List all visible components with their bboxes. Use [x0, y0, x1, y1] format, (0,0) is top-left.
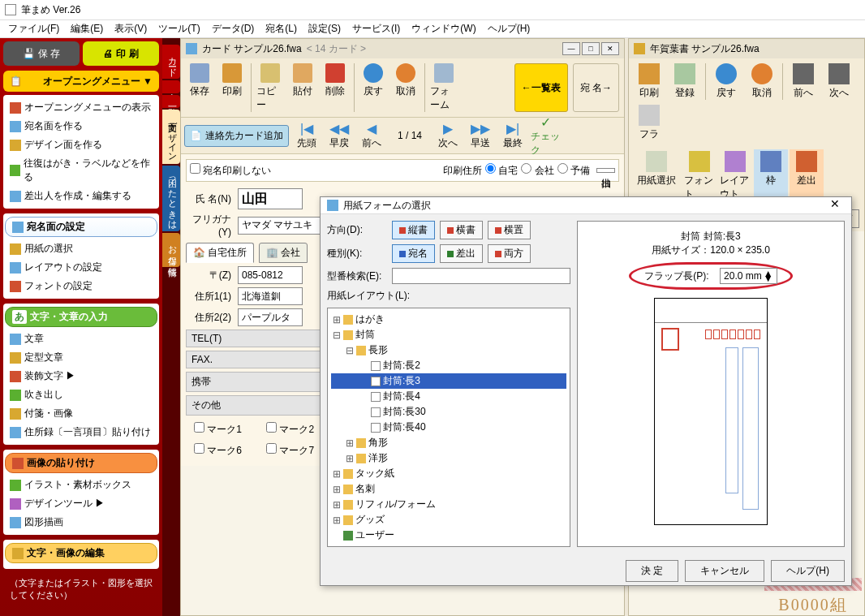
menu-view[interactable]: 表示(V)	[110, 20, 152, 37]
tb-redo-button[interactable]: 取消	[390, 62, 421, 114]
chk-mark7[interactable]: マーク7	[266, 443, 314, 458]
radio-work[interactable]: 会社	[521, 163, 553, 178]
sidebar-font-settings[interactable]: フォントの設定	[5, 277, 157, 295]
tb-listview-button[interactable]: ← 一覧表	[514, 63, 568, 112]
vtab-list[interactable]: 一覧表	[162, 95, 180, 108]
opening-menu-button[interactable]: 📋オープニングメニュー ▼	[3, 71, 159, 92]
zip-input[interactable]	[238, 266, 303, 284]
sidebar-edit-sender[interactable]: 差出人を作成・編集する	[5, 187, 157, 205]
sidebar-hdr-addr-settings[interactable]: 宛名面の設定	[5, 217, 157, 237]
chk-noprint[interactable]: 宛名印刷しない	[190, 163, 271, 178]
tree-refill[interactable]: リフィル/フォーム	[355, 498, 436, 511]
sidebar-make-reply-label[interactable]: 往復はがき・ラベルなどを作る	[5, 154, 157, 187]
menu-atena[interactable]: 宛名(L)	[260, 20, 302, 37]
tree-envelope[interactable]: 封筒	[355, 328, 375, 342]
tb-paste-button[interactable]: 貼付	[287, 62, 318, 114]
radio-home[interactable]: 自宅	[485, 163, 518, 178]
dir-horizontal-button[interactable]: 横書	[440, 221, 483, 239]
dir-landscape-button[interactable]: 横置	[488, 221, 531, 239]
sidebar-hdr-image-paste[interactable]: 画像の貼り付け	[5, 453, 157, 473]
sidebar-paper-select[interactable]: 用紙の選択	[5, 239, 157, 258]
nav-ff-button[interactable]: ▶▶早送	[466, 121, 495, 150]
dir-vertical-button[interactable]: 縦書	[392, 221, 435, 239]
dialog-ok-button[interactable]: 決 定	[626, 560, 678, 582]
menu-data[interactable]: データ(D)	[207, 20, 260, 37]
menu-file[interactable]: ファイル(F)	[3, 20, 64, 37]
tree-meishi[interactable]: 名刺	[355, 482, 375, 496]
rtb-print-button[interactable]: 印刷	[632, 62, 666, 101]
card-close-button[interactable]: ✕	[601, 42, 619, 55]
subtab-work[interactable]: 🏢 会社	[259, 243, 308, 263]
chk-mark2[interactable]: マーク2	[266, 422, 314, 437]
sidebar-shapes[interactable]: 図形描画	[5, 513, 157, 532]
vtab-atena[interactable]: 宛名	[162, 80, 180, 93]
rtb-fra-button[interactable]: フラ	[632, 103, 666, 143]
tb-print-button[interactable]: 印刷	[217, 62, 247, 114]
nav-rewind-button[interactable]: ◀◀早戻	[325, 121, 354, 150]
dialog-cancel-button[interactable]: キャンセル	[685, 560, 764, 582]
tb-copy-button[interactable]: コピー	[255, 62, 286, 114]
kind-both-button[interactable]: 両方	[488, 244, 531, 263]
sidebar-sticky-image[interactable]: 付箋・画像	[5, 404, 157, 423]
subtab-home[interactable]: 🏠 自宅住所	[186, 243, 254, 263]
chk-mark6[interactable]: マーク6	[194, 443, 242, 458]
model-search-input[interactable]	[392, 268, 570, 284]
tree-naga3-selected[interactable]: 封筒:長3	[331, 373, 566, 389]
kind-atena-button[interactable]: 宛名	[392, 244, 435, 263]
rtb-prev-button[interactable]: 前へ	[786, 62, 820, 101]
sidebar-make-addrface[interactable]: 宛名面を作る	[5, 117, 157, 136]
dialog-help-button[interactable]: ヘルプ(H)	[771, 560, 845, 582]
rtb-register-button[interactable]: 登録	[668, 62, 702, 101]
menu-service[interactable]: サービス(I)	[347, 20, 405, 37]
sidebar-deco-text[interactable]: 装飾文字 ▶	[5, 367, 157, 386]
addr2-input[interactable]	[238, 308, 303, 326]
tree-user[interactable]: ユーザー	[355, 528, 394, 542]
nav-prev-button[interactable]: ◀前へ	[357, 121, 386, 150]
menu-settings[interactable]: 設定(S)	[303, 20, 346, 37]
menu-window[interactable]: ウィンドウ(W)	[407, 20, 480, 37]
nav-first-button[interactable]: |◀先頭	[292, 121, 321, 150]
print-button[interactable]: 🖨 印 刷	[83, 41, 159, 66]
rtb-paper-button[interactable]: 用紙選択	[632, 149, 681, 203]
sidebar-make-design[interactable]: デザイン面を作る	[5, 136, 157, 154]
tree-naga40[interactable]: 封筒:長40	[383, 420, 426, 434]
tb-save-button[interactable]: 保存	[184, 62, 215, 114]
sidebar-hdr-edit[interactable]: 文字・画像の編集	[5, 543, 157, 563]
rtb-sender-button[interactable]: 差出	[790, 149, 824, 203]
flap-length-spinner[interactable]: 20.0 mm ▲▼	[720, 268, 777, 284]
tb-atena-button[interactable]: 宛 名 →	[573, 63, 619, 112]
sidebar-design-tool[interactable]: デザインツール ▶	[5, 494, 157, 513]
tree-naga[interactable]: 長形	[368, 343, 388, 357]
tree-you[interactable]: 洋形	[368, 451, 388, 465]
kana-input[interactable]	[238, 217, 327, 235]
extract-button[interactable]: 抽出	[596, 168, 615, 173]
tree-kaku[interactable]: 角形	[368, 436, 388, 450]
sidebar-show-opening[interactable]: オープニングメニューの表示	[5, 98, 157, 117]
card-maximize-button[interactable]: □	[582, 42, 600, 55]
sidebar-layout-settings[interactable]: レイアウトの設定	[5, 258, 157, 277]
rtb-layout-button[interactable]: レイアウト	[718, 149, 752, 203]
rtb-undo-button[interactable]: 戻す	[709, 62, 743, 101]
tree-tack[interactable]: タック紙	[355, 467, 394, 480]
vtab-help[interactable]: 困ったときは	[162, 166, 180, 231]
nav-next-button[interactable]: ▶次へ	[433, 121, 463, 150]
save-button[interactable]: 💾 保 存	[3, 41, 80, 66]
card-minimize-button[interactable]: —	[562, 42, 580, 55]
rtb-font-button[interactable]: フォント	[682, 149, 717, 203]
tree-naga30[interactable]: 封筒:長30	[383, 405, 426, 419]
vtab-design[interactable]: 文面デザイン	[162, 110, 180, 164]
menu-tool[interactable]: ツール(T)	[153, 20, 204, 37]
nav-check-button[interactable]: ✓チェック	[531, 121, 560, 150]
sidebar-template-text[interactable]: 定型文章	[5, 348, 157, 367]
radio-spare[interactable]: 予備	[557, 163, 590, 178]
rtb-redo-button[interactable]: 取消	[745, 62, 779, 101]
chk-mark1[interactable]: マーク1	[194, 422, 242, 437]
sidebar-hdr-text-input[interactable]: あ文字・文章の入力	[5, 307, 157, 327]
sidebar-illust-box[interactable]: イラスト・素材ボックス	[5, 476, 157, 494]
sidebar-text[interactable]: 文章	[5, 330, 157, 348]
add-contact-button[interactable]: 📄 連絡先カード追加	[184, 125, 289, 147]
dialog-close-button[interactable]: ✕	[825, 197, 845, 213]
kind-sender-button[interactable]: 差出	[440, 244, 483, 263]
nav-last-button[interactable]: ▶|最終	[498, 121, 527, 150]
tb-form-button[interactable]: フォーム	[428, 62, 459, 114]
